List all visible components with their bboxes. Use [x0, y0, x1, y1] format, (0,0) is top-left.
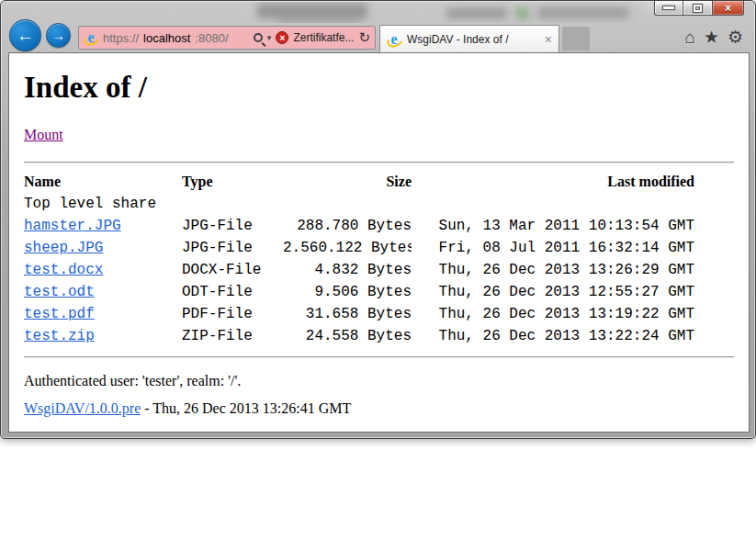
file-modified: Thu, 26 Dec 2013 13:22:24 GMT [412, 325, 694, 347]
forward-arrow-icon: → [51, 28, 65, 43]
minimize-icon [663, 6, 674, 9]
file-size: 2.560.122 Bytes [283, 237, 412, 259]
forward-button[interactable]: → [46, 23, 71, 48]
url-host: localhost [143, 31, 190, 45]
tab-wsgidav[interactable]: e WsgiDAV - Index of / × [379, 25, 559, 52]
file-type: ODT-File [182, 281, 283, 303]
background-blur [537, 7, 629, 18]
file-type: DOCX-File [182, 259, 283, 281]
minimize-button[interactable] [654, 1, 683, 16]
page-content: Index of / Mount Name Type Size Last mod… [8, 52, 750, 433]
background-blur [257, 4, 367, 18]
file-type: ZIP-File [182, 325, 283, 347]
table-header-row: Name Type Size Last modified [24, 171, 694, 193]
file-type: PDF-File [182, 303, 283, 325]
background-blur [446, 8, 507, 18]
background-blur [516, 7, 529, 19]
authenticated-user-text: Authenticated user: 'tester', realm: '/'… [24, 373, 734, 389]
header-last-modified: Last modified [412, 171, 694, 193]
mount-row: Mount [24, 127, 734, 145]
server-signature: WsgiDAV/1.0.0.pre - Thu, 26 Dec 2013 13:… [24, 400, 734, 417]
favorites-star-icon[interactable]: ★ [704, 27, 719, 49]
close-button[interactable]: × [713, 1, 744, 16]
page-title: Index of / [24, 70, 734, 105]
share-note: Top level share [24, 193, 694, 215]
maximize-button[interactable] [683, 1, 713, 16]
window-controls: × [654, 1, 744, 16]
file-size: 288.780 Bytes [283, 215, 412, 237]
back-arrow-icon: ← [17, 26, 34, 45]
table-row: hamster.JPG JPG-File 288.780 Bytes Sun, … [24, 215, 694, 237]
share-note-row: Top level share [24, 193, 694, 215]
file-modified: Thu, 26 Dec 2013 13:19:22 GMT [412, 303, 694, 325]
toolbar-icons: ⌂ ★ ⚙ [684, 27, 743, 49]
directory-listing-table: Name Type Size Last modified Top level s… [24, 171, 694, 347]
refresh-icon[interactable]: ↻ [358, 30, 370, 45]
file-size: 4.832 Bytes [283, 259, 412, 281]
file-link[interactable]: sheep.JPG [24, 240, 103, 256]
file-size: 31.658 Bytes [283, 303, 412, 325]
file-type: JPG-File [182, 215, 283, 237]
table-row: test.odt ODT-File 9.506 Bytes Thu, 26 De… [24, 281, 694, 303]
file-link[interactable]: test.docx [24, 262, 103, 278]
home-icon[interactable]: ⌂ [684, 27, 694, 49]
maximize-icon [694, 5, 702, 12]
new-tab-button[interactable] [562, 27, 590, 51]
file-link[interactable]: hamster.JPG [24, 218, 121, 234]
header-size: Size [283, 171, 412, 193]
url-scheme: https:// [103, 31, 139, 45]
file-link[interactable]: test.pdf [24, 306, 95, 322]
file-link[interactable]: test.odt [24, 284, 95, 300]
certificate-error-label[interactable]: Zertifikatfe... [293, 31, 354, 44]
search-icon[interactable] [254, 33, 263, 42]
address-bar[interactable]: e https:// localhost :8080/ ▾ × Zertifik… [78, 26, 376, 50]
file-modified: Thu, 26 Dec 2013 13:26:29 GMT [412, 259, 694, 281]
tab-favicon-icon: e [387, 32, 401, 47]
server-timestamp: - Thu, 26 Dec 2013 13:26:41 GMT [141, 400, 351, 416]
background-blur [277, 18, 360, 23]
close-icon: × [725, 2, 731, 15]
table-row: test.docx DOCX-File 4.832 Bytes Thu, 26 … [24, 259, 694, 281]
file-type: JPG-File [182, 237, 283, 259]
file-size: 24.558 Bytes [283, 325, 412, 347]
divider [24, 162, 734, 163]
mount-link[interactable]: Mount [24, 127, 63, 142]
back-button[interactable]: ← [9, 19, 41, 51]
table-row: test.pdf PDF-File 31.658 Bytes Thu, 26 D… [24, 303, 694, 325]
title-bar[interactable] [2, 2, 754, 23]
table-row: sheep.JPG JPG-File 2.560.122 Bytes Fri, … [24, 237, 694, 259]
file-modified: Fri, 08 Jul 2011 16:32:14 GMT [412, 237, 694, 259]
wsgidav-version-link[interactable]: WsgiDAV/1.0.0.pre [24, 400, 141, 416]
gear-icon[interactable]: ⚙ [728, 27, 743, 49]
divider [24, 356, 734, 358]
file-modified: Thu, 26 Dec 2013 12:55:27 GMT [412, 281, 694, 303]
file-modified: Sun, 13 Mar 2011 10:13:54 GMT [412, 215, 694, 237]
tab-title: WsgiDAV - Index of / [407, 33, 539, 46]
ie-favicon-icon: e [84, 30, 98, 45]
table-row: test.zip ZIP-File 24.558 Bytes Thu, 26 D… [24, 325, 694, 347]
file-link[interactable]: test.zip [24, 328, 95, 344]
header-name: Name [24, 171, 182, 193]
file-size: 9.506 Bytes [283, 281, 412, 303]
url-port-path: :8080/ [195, 31, 228, 45]
certificate-error-icon[interactable]: × [276, 31, 288, 44]
header-type: Type [182, 171, 283, 193]
browser-window: × ← → e https:// localhost :8080/ ▾ × Ze… [0, 0, 756, 439]
tab-close-icon[interactable]: × [545, 33, 552, 46]
chevron-down-icon[interactable]: ▾ [267, 33, 272, 42]
